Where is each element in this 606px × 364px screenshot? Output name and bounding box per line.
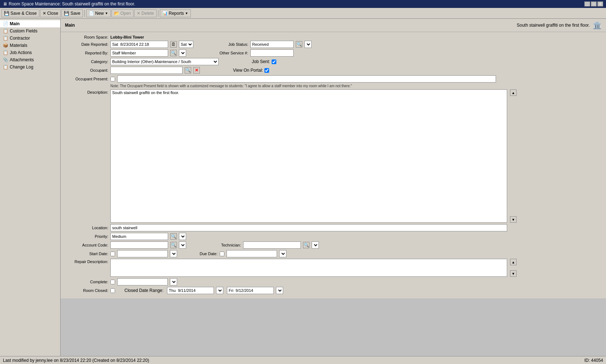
acc-lookup-icon: 🔍: [171, 243, 176, 248]
main-icon: 📄: [3, 21, 8, 26]
open-icon: 📂: [114, 11, 119, 16]
section-subtitle: South stairwell graffiti on the first fl…: [517, 23, 590, 28]
save-close-button[interactable]: 💾 Save & Close: [1, 9, 39, 17]
open-button[interactable]: 📂 Open: [111, 9, 133, 17]
job-status-select[interactable]: ▼: [304, 41, 312, 48]
complete-input[interactable]: [117, 278, 168, 285]
sidebar-item-change-log[interactable]: 📋 Change Log: [0, 63, 60, 71]
reported-by-lookup[interactable]: 🔍: [170, 50, 177, 56]
toolbar: 💾 Save & Close ✕ Close 💾 Save 📄 New ▼ 📂 …: [0, 8, 606, 19]
date-reported-label: Date Reported:: [65, 42, 108, 46]
start-date-checkbox[interactable]: [110, 252, 115, 256]
priority-lookup[interactable]: 🔍: [170, 233, 177, 240]
location-input[interactable]: [110, 224, 507, 231]
occupant-present-text[interactable]: [117, 75, 496, 83]
desc-scroll-up[interactable]: ▲: [510, 89, 517, 96]
reports-button[interactable]: 📊 Reports ▼: [160, 9, 191, 17]
room-closed-checkbox[interactable]: [110, 288, 115, 293]
occupant-lookup[interactable]: 🔍: [185, 67, 191, 74]
tech-select[interactable]: ▼: [312, 241, 319, 249]
start-date-input[interactable]: [117, 250, 168, 257]
room-closed-row: Room Closed: Closed Date Range: ▼ ▼: [65, 287, 602, 294]
date-reported-input[interactable]: [110, 41, 168, 48]
technician-input[interactable]: [243, 241, 301, 249]
occupant-clear[interactable]: ✕: [193, 67, 200, 74]
restore-button[interactable]: □: [591, 1, 597, 6]
new-button[interactable]: 📄 New ▼: [86, 9, 111, 17]
closed-date-to-select[interactable]: ▼: [276, 287, 283, 294]
category-select[interactable]: Building Interior (Other)-Maintenance / …: [110, 58, 219, 65]
account-lookup[interactable]: 🔍: [170, 242, 177, 248]
room-space-row: Room Space: Lobby-Illini Tower: [65, 35, 602, 39]
tech-lookup[interactable]: 🔍: [303, 242, 309, 248]
priority-select[interactable]: ▼: [179, 233, 186, 240]
sidebar-item-main[interactable]: 📄 Main: [0, 20, 60, 27]
attachments-icon: 📎: [3, 57, 8, 62]
date-reported-select[interactable]: Sat: [179, 41, 193, 48]
date-reported-lookup[interactable]: 🗓: [170, 41, 177, 48]
account-select[interactable]: ▼: [179, 241, 186, 249]
view-on-portal-label: View On Portal:: [233, 68, 263, 73]
save-close-icon: 💾: [4, 11, 9, 16]
view-on-portal-checkbox[interactable]: [264, 68, 269, 73]
due-date-select[interactable]: ▼: [279, 250, 286, 257]
job-actions-icon: 📋: [3, 50, 8, 55]
occupant-input[interactable]: [110, 67, 183, 74]
occupant-present-checkbox[interactable]: [110, 77, 115, 81]
desc-scroll-down[interactable]: ▼: [510, 216, 517, 223]
closed-date-from-input[interactable]: [167, 287, 214, 294]
category-row: Category: Building Interior (Other)-Main…: [65, 58, 602, 65]
app-icon: 🖥: [3, 1, 7, 6]
repair-scroll-down[interactable]: ▼: [510, 270, 517, 277]
start-date-select[interactable]: ▼: [170, 250, 177, 257]
delete-button[interactable]: ✕ Delete: [134, 9, 157, 17]
room-space-label: Room Space:: [65, 35, 108, 39]
repair-desc-textarea[interactable]: [110, 259, 507, 277]
account-code-label: Account Code:: [65, 243, 108, 247]
description-textarea[interactable]: South stairwell graffiti on the first fl…: [110, 89, 507, 223]
tech-lookup-icon: 🔍: [304, 243, 309, 248]
sidebar: 📄 Main 📋 Custom Fields 📋 Contractor 📦 Ma…: [0, 19, 61, 356]
closed-date-from-select[interactable]: ▼: [216, 287, 223, 294]
job-sent-label: Job Sent:: [252, 59, 270, 64]
materials-icon: 📦: [3, 43, 8, 48]
priority-label: Priority:: [65, 234, 108, 239]
repair-scroll-up[interactable]: ▲: [510, 259, 517, 265]
reported-by-select[interactable]: ▼: [179, 49, 186, 57]
complete-row: Complete: ▼: [65, 278, 602, 285]
form-area: Room Space: Lobby-Illini Tower Date Repo…: [61, 32, 606, 298]
location-label: Location:: [65, 226, 108, 230]
job-status-input[interactable]: [250, 41, 294, 48]
closed-date-range-label: Closed Date Range:: [124, 288, 163, 293]
job-status-label: Job Status:: [219, 42, 248, 46]
header-logo-icon: 🏛️: [593, 21, 602, 30]
sidebar-item-materials[interactable]: 📦 Materials: [0, 42, 60, 49]
sidebar-item-job-actions[interactable]: 📋 Job Actions: [0, 49, 60, 56]
close-button[interactable]: ✕ Close: [40, 9, 61, 17]
due-date-input[interactable]: [227, 250, 277, 257]
job-sent-checkbox[interactable]: [272, 59, 276, 64]
sidebar-item-contractor[interactable]: 📋 Contractor: [0, 35, 60, 42]
description-row: Description: South stairwell graffiti on…: [65, 89, 602, 223]
complete-checkbox[interactable]: [110, 280, 115, 284]
account-code-input[interactable]: [110, 241, 168, 249]
complete-select[interactable]: ▼: [170, 278, 177, 285]
sidebar-item-custom-fields[interactable]: 📋 Custom Fields: [0, 27, 60, 35]
job-status-lookup[interactable]: 🔍: [296, 41, 302, 48]
sidebar-item-attachments[interactable]: 📎 Attachments: [0, 56, 60, 63]
occupant-label: Occupant:: [65, 68, 108, 72]
job-sent-row: Job Sent:: [252, 59, 276, 64]
other-service-input[interactable]: [250, 49, 294, 57]
date-job-status-row: Date Reported: 🗓 Sat Job Status: 🔍 ▼: [65, 41, 602, 48]
other-service-label: Other Service #:: [212, 51, 248, 55]
reported-by-input[interactable]: [110, 49, 168, 57]
rb-lookup-icon: 🔍: [171, 50, 176, 56]
priority-row: Priority: 🔍 ▼: [65, 233, 602, 240]
save-button[interactable]: 💾 Save: [61, 9, 83, 17]
closed-date-to-input[interactable]: [227, 287, 274, 294]
custom-fields-icon: 📋: [3, 28, 8, 34]
priority-input[interactable]: [110, 233, 168, 240]
close-window-button[interactable]: ✕: [597, 1, 603, 6]
due-date-checkbox[interactable]: [220, 252, 224, 256]
minimize-button[interactable]: _: [584, 1, 590, 6]
